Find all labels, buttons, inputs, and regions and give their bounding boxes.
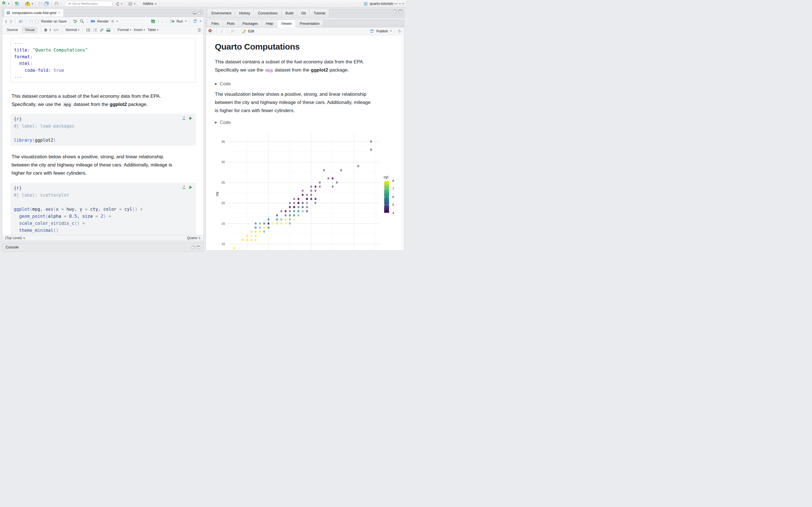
close-tab-icon[interactable]: ✕ [58,11,61,15]
render-options-caret[interactable]: ▾ [116,20,118,22]
new-file-menu-caret[interactable]: ▾ [8,3,10,5]
forward-icon[interactable]: ❯ [10,19,12,23]
search-icon[interactable] [80,19,84,23]
gear-icon[interactable]: ⚙ [111,19,114,23]
print-icon[interactable] [54,2,59,6]
code-fold-toggle-1[interactable]: ▶ Code [215,81,404,87]
code-format-button[interactable]: </> [53,29,58,32]
render-button-label[interactable]: Render [97,19,109,23]
viewer-pane-tabbar: FilesPlotsPackagesHelpViewerPresentation [206,20,404,27]
italic-button[interactable]: I [50,27,51,32]
source-menu-caret[interactable]: ▾ [200,20,201,22]
panes-layout-icon[interactable] [128,2,133,6]
format-menu[interactable]: Format▾ [117,28,131,32]
open-file-icon[interactable] [25,2,30,6]
run-chunks-above-icon[interactable] [182,116,186,120]
open-in-browser-icon[interactable] [231,29,235,33]
outline-toggle-icon[interactable] [197,29,201,32]
run-chunks-above-icon[interactable] [182,185,186,189]
addins-caret[interactable]: ▾ [155,3,156,5]
link-icon[interactable] [100,28,104,32]
project-menu-caret[interactable]: ▾ [402,3,404,5]
tab-files[interactable]: Files [207,20,223,27]
bullet-list-icon[interactable] [86,28,91,32]
restore-pane-icon[interactable] [393,10,397,13]
publish-menu-caret[interactable]: ▾ [390,30,392,33]
run-chunk-icon[interactable] [190,117,192,120]
paragraph-style-dropdown[interactable]: Normal▾ [65,28,79,32]
go-prev-chunk-icon[interactable]: ↑ [157,19,159,23]
restore-pane-icon[interactable] [192,245,195,249]
render-icon[interactable] [91,19,95,23]
tab-environment[interactable]: Environment [207,9,235,17]
scope-sort-icon[interactable]: ⇅ [23,237,25,240]
maximize-pane-icon[interactable] [198,11,202,15]
goto-file-input[interactable]: Go to file/function [65,1,112,6]
new-file-icon[interactable] [2,1,6,6]
yaml-front-matter[interactable]: ---title: "Quarto Computations"format: h… [10,38,196,82]
maximize-pane-icon[interactable] [399,10,402,13]
viewer-document: Quarto Computations This dataset contain… [206,35,404,250]
new-project-icon[interactable]: R [15,1,20,6]
source-mode-button[interactable]: Source [5,27,20,33]
code-fold-toggle-2[interactable]: ▶ Code [215,120,404,125]
clear-viewer-broom-icon[interactable] [220,29,224,33]
tab-history[interactable]: History [235,9,254,17]
outline-scope-selector[interactable]: (Top Level) [5,236,22,240]
minimize-pane-icon[interactable] [193,11,196,14]
edit-button-label[interactable]: Edit [248,29,254,33]
git-menu-caret[interactable]: ▾ [121,3,122,5]
open-in-window-icon[interactable] [18,19,23,23]
editor-paragraph-2[interactable]: The visualization below shows a positive… [11,153,192,177]
run-icon[interactable] [170,19,174,23]
save-icon[interactable] [38,2,42,6]
image-icon[interactable] [106,28,110,32]
code-chunk-scatterplot[interactable]: {r}#| label: scatterplotggplot(mpg, aes(… [10,183,196,235]
save-icon[interactable] [29,19,33,23]
tab-help[interactable]: Help [262,20,277,27]
addins-button[interactable]: Addins [143,2,153,6]
tab-tutorial[interactable]: Tutorial [310,9,329,17]
editor-paragraph-1[interactable]: This dataset contains a subset of the fu… [11,92,192,109]
run-button-label[interactable]: Run [176,19,183,23]
go-next-chunk-icon[interactable]: ↓ [161,19,163,23]
code-chunk-load-packages[interactable]: {r}#| label: load-packageslibrary(ggplot… [10,114,196,146]
visual-mode-button[interactable]: Visual [22,27,38,33]
viewer-scrollbar[interactable] [402,35,404,250]
insert-menu[interactable]: Insert▾ [134,28,145,32]
console-title[interactable]: Console [6,245,18,249]
edit-icon[interactable] [241,29,246,33]
stop-viewer-icon[interactable] [208,29,213,34]
file-type-selector[interactable]: Quarto [187,236,197,240]
publish-button-label[interactable]: Publish [376,29,388,33]
back-icon[interactable]: ❮ [5,19,7,23]
maximize-pane-icon[interactable] [197,245,200,249]
tab-presentation[interactable]: Presentation [296,20,323,27]
rendered-paragraph-2: The visualization below shows a positive… [215,90,391,115]
open-file-menu-caret[interactable]: ▾ [32,3,33,5]
tab-plots[interactable]: Plots [223,20,239,27]
file-type-sort-icon[interactable]: ⇅ [199,237,201,240]
tab-packages[interactable]: Packages [239,20,262,27]
numbered-list-icon[interactable]: 12 [93,28,97,32]
save-all-icon[interactable] [44,1,49,6]
git-diff-icon[interactable]: G [115,1,119,6]
tab-viewer[interactable]: Viewer [277,20,296,27]
run-menu-caret[interactable]: ▾ [185,20,187,22]
tab-git[interactable]: Git [297,9,310,17]
tab-connections[interactable]: Connections [254,9,282,17]
tab-build[interactable]: Build [282,9,297,17]
editor-tab[interactable]: computations-code-fold.qmd ✕ [4,9,64,17]
publish-icon[interactable] [370,29,374,33]
refresh-icon[interactable]: ↻ [398,29,402,34]
panes-menu-caret[interactable]: ▾ [134,3,136,5]
source-button-icon[interactable] [193,19,197,23]
bold-button[interactable]: B [44,28,47,32]
run-chunk-icon[interactable] [190,186,192,189]
project-menu-button[interactable]: quarto-tutorials — ~ [370,2,401,6]
table-menu[interactable]: Table▾ [147,28,158,32]
render-on-save-checkbox[interactable] [35,20,39,23]
document-editor[interactable]: ---title: "Quarto Computations"format: h… [2,34,204,235]
spellcheck-icon[interactable]: ABC [73,19,78,23]
insert-chunk-icon[interactable]: C [151,19,155,23]
